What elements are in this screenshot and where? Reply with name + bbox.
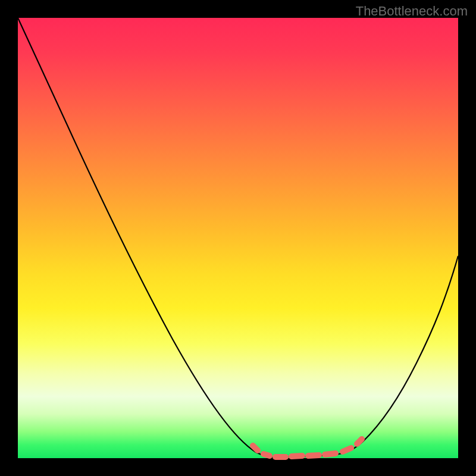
bottleneck-curve xyxy=(18,18,458,458)
marker-seg xyxy=(292,456,302,456)
marker-seg xyxy=(343,448,351,452)
marker-seg xyxy=(264,454,270,456)
marker-seg xyxy=(253,446,258,450)
chart-svg xyxy=(18,18,458,458)
marker-seg xyxy=(308,455,319,456)
watermark-text: TheBottleneck.com xyxy=(356,4,468,19)
marker-seg xyxy=(325,453,336,455)
marker-seg xyxy=(357,439,362,444)
chart-plot-area xyxy=(18,18,458,458)
trough-markers xyxy=(253,439,362,457)
